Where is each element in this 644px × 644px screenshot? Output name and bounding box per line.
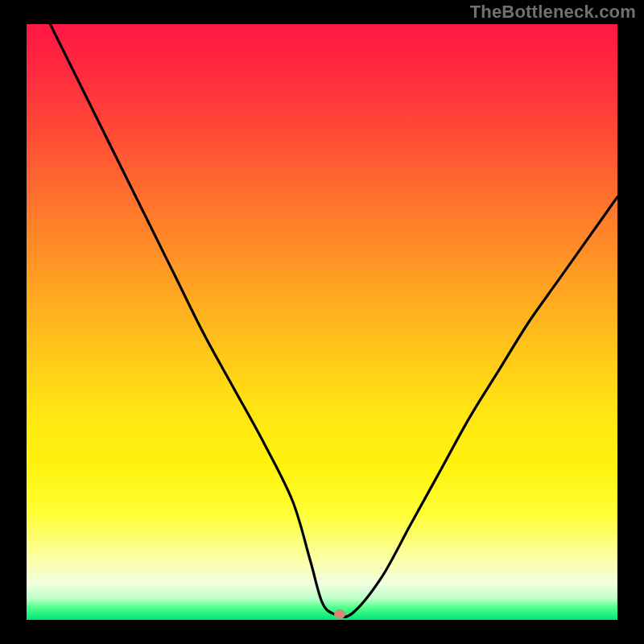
bottleneck-curve [27, 24, 617, 620]
chart-frame: TheBottleneck.com [0, 0, 644, 644]
watermark-text: TheBottleneck.com [470, 2, 636, 23]
plot-area [27, 24, 617, 620]
optimal-point-marker [334, 609, 345, 619]
